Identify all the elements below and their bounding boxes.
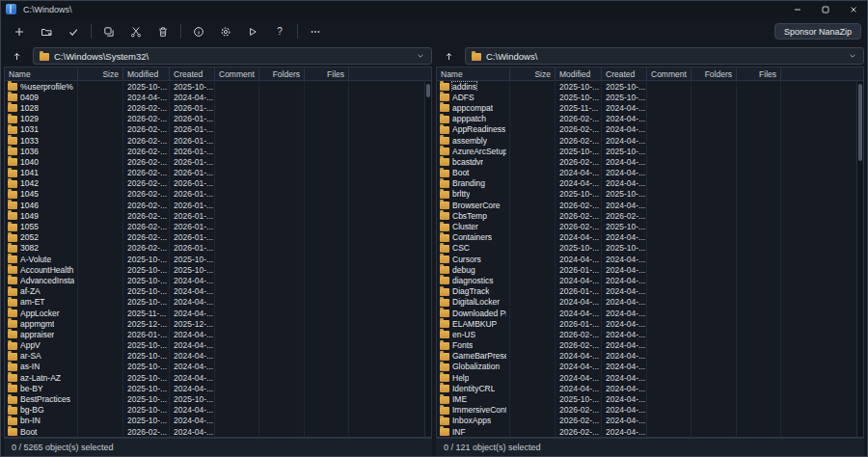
table-row[interactable]: CbsTemp 2026-02-... 2026-02-... (437, 210, 863, 221)
table-row[interactable]: Branding 2024-04-... 2024-04-... (437, 178, 863, 189)
options-button[interactable] (213, 20, 238, 42)
column-header-folders[interactable]: Folders (259, 67, 305, 80)
table-row[interactable]: IME 2025-10-... 2024-04-... (437, 393, 863, 404)
minimize-button[interactable] (783, 1, 811, 17)
table-row[interactable]: AppReadiness 2026-02-... 2024-04-... (437, 124, 863, 135)
table-row[interactable]: BrowserCore 2026-02-... 2024-04-... (437, 200, 863, 210)
table-row[interactable]: DigitalLocker 2024-04-... 2024-04-... (437, 297, 863, 308)
benchmark-button[interactable] (240, 20, 265, 42)
table-row[interactable]: addins 2025-10-... 2025-10-... (437, 81, 863, 92)
sponsor-button[interactable]: Sponsor NanaZip (774, 23, 861, 40)
table-row[interactable]: %userprofile% 2025-10-... 2025-10-... (5, 81, 431, 92)
close-button[interactable] (839, 1, 867, 17)
column-header-files[interactable]: Files (305, 67, 349, 80)
scrollbar-thumb[interactable] (858, 84, 862, 161)
table-row[interactable]: debug 2026-01-... 2024-04-... (437, 264, 863, 275)
table-row[interactable]: Boot 2024-04-... 2024-04-... (437, 168, 863, 178)
table-row[interactable]: AccountHealth... 2025-10-... 2025-10-... (5, 264, 431, 275)
table-row[interactable]: AppLocker 2025-11-... 2024-04-... (5, 308, 431, 318)
maximize-button[interactable] (811, 1, 839, 17)
table-row[interactable]: A-Volute 2025-10-... 2025-10-... (5, 254, 431, 264)
table-row[interactable]: AzureArcSetup 2025-10-... 2025-10-... (437, 146, 863, 156)
column-header-size[interactable]: Size (510, 67, 556, 80)
table-row[interactable]: as-IN 2025-10-... 2024-04-... (5, 362, 431, 372)
table-row[interactable]: 1036 2026-02-... 2026-01-... (5, 146, 431, 156)
table-row[interactable]: ImmersiveContr... 2026-02-... 2024-04-..… (437, 405, 863, 416)
table-row[interactable]: be-BY 2025-10-... 2024-04-... (5, 383, 431, 393)
extract-button[interactable] (34, 20, 59, 42)
table-row[interactable]: Fonts 2026-02-... 2024-04-... (437, 340, 863, 351)
table-row[interactable]: diagnostics 2024-04-... 2024-04-... (437, 275, 863, 285)
table-row[interactable]: appmgmt 2025-12-... 2025-12-... (5, 318, 431, 329)
column-header-name[interactable]: Name (437, 67, 510, 80)
add-button[interactable] (7, 20, 32, 42)
table-row[interactable]: ADFS 2025-10-... 2025-10-... (437, 92, 863, 102)
table-row[interactable]: appraiser 2026-01-... 2024-04-... (5, 329, 431, 339)
column-header-folders[interactable]: Folders (692, 67, 737, 80)
move-button[interactable] (123, 20, 149, 42)
table-row[interactable]: ar-SA 2025-10-... 2024-04-... (5, 351, 431, 362)
chevron-down-icon[interactable] (848, 51, 857, 61)
table-row[interactable]: 1031 2026-02-... 2026-01-... (5, 124, 431, 135)
up-button[interactable] (438, 47, 459, 65)
table-row[interactable]: Cluster 2026-02-... 2025-10-... (437, 221, 863, 231)
table-row[interactable]: am-ET 2025-10-... 2024-04-... (5, 297, 431, 308)
chevron-down-icon[interactable] (416, 51, 425, 61)
table-row[interactable]: 3082 2026-02-... 2026-01-... (5, 243, 431, 254)
table-row[interactable]: INF 2026-02-... 2024-04-... (437, 426, 863, 437)
column-header-files[interactable]: Files (737, 67, 781, 80)
right-vertical-scrollbar[interactable] (856, 82, 863, 437)
table-row[interactable]: brltty 2025-10-... 2025-10-... (437, 189, 863, 200)
column-header-comment[interactable]: Comment (647, 67, 692, 80)
table-row[interactable]: Help 2024-04-... 2024-04-... (437, 372, 863, 383)
table-row[interactable]: assembly 2026-02-... 2024-04-... (437, 135, 863, 146)
left-path-combobox[interactable]: C:\Windows\System32\ (33, 47, 432, 65)
delete-button[interactable] (150, 20, 176, 42)
more-button[interactable] (303, 20, 328, 42)
table-row[interactable]: AdvancedInstall... 2025-10-... 2024-04-.… (5, 275, 431, 285)
table-row[interactable]: 1042 2026-02-... 2026-01-... (5, 178, 431, 189)
table-row[interactable]: Downloaded Pr... 2024-04-... 2024-04-... (437, 308, 863, 318)
table-row[interactable]: 0409 2024-04-... 2024-04-... (5, 92, 431, 102)
table-row[interactable]: 1028 2026-02-... 2026-01-... (5, 102, 431, 113)
table-row[interactable]: BestPractices 2025-10-... 2025-10-... (5, 393, 431, 404)
table-row[interactable]: 2052 2026-02-... 2026-01-... (5, 232, 431, 243)
table-row[interactable]: en-US 2026-02-... 2024-04-... (437, 329, 863, 339)
table-row[interactable]: GameBarPresen... 2024-04-... 2024-04-... (437, 351, 863, 362)
column-header-modified[interactable]: Modified (123, 67, 170, 80)
right-path-combobox[interactable]: C:\Windows\ (465, 47, 864, 65)
up-button[interactable] (6, 47, 27, 65)
table-row[interactable]: 1029 2026-02-... 2026-01-... (5, 114, 431, 124)
table-row[interactable]: 1045 2026-02-... 2026-01-... (5, 189, 431, 200)
column-header-created[interactable]: Created (170, 67, 215, 80)
table-row[interactable]: ELAMBKUP 2026-01-... 2024-04-... (437, 318, 863, 329)
table-row[interactable]: 1041 2026-02-... 2026-01-... (5, 168, 431, 178)
table-row[interactable]: 1046 2026-02-... 2026-01-... (5, 200, 431, 210)
table-row[interactable]: appcompat 2025-11-... 2024-04-... (437, 102, 863, 113)
table-row[interactable]: Boot 2026-02-... 2024-04-... (5, 426, 431, 437)
table-row[interactable]: 1049 2026-02-... 2026-01-... (5, 210, 431, 221)
table-row[interactable]: bcastdvr 2026-02-... 2024-04-... (437, 156, 863, 167)
info-button[interactable] (186, 20, 211, 42)
table-row[interactable]: bn-IN 2025-10-... 2024-04-... (5, 416, 431, 426)
table-row[interactable]: af-ZA 2025-10-... 2024-04-... (5, 286, 431, 297)
column-header-modified[interactable]: Modified (556, 67, 602, 80)
table-row[interactable]: az-Latn-AZ 2025-10-... 2024-04-... (5, 372, 431, 383)
table-row[interactable]: IdentityCRL 2024-04-... 2024-04-... (437, 383, 863, 393)
copy-button[interactable] (96, 20, 122, 42)
left-vertical-scrollbar[interactable] (424, 82, 431, 437)
column-header-size[interactable]: Size (78, 67, 123, 80)
column-header-name[interactable]: Name (5, 67, 78, 80)
table-row[interactable]: Containers 2024-04-... 2024-04-... (437, 232, 863, 243)
table-row[interactable]: Cursors 2024-04-... 2024-04-... (437, 254, 863, 264)
column-header-created[interactable]: Created (602, 67, 647, 80)
table-row[interactable]: apppatch 2026-02-... 2024-04-... (437, 114, 863, 124)
table-row[interactable]: 1055 2026-02-... 2026-01-... (5, 221, 431, 231)
scrollbar-thumb[interactable] (426, 84, 430, 97)
table-row[interactable]: AppV 2025-10-... 2024-04-... (5, 340, 431, 351)
table-row[interactable]: bg-BG 2025-10-... 2024-04-... (5, 405, 431, 416)
table-row[interactable]: DiagTrack 2026-01-... 2024-04-... (437, 286, 863, 297)
table-row[interactable]: Globalization 2024-04-... 2024-04-... (437, 362, 863, 372)
table-row[interactable]: CSC 2025-10-... 2025-10-... (437, 243, 863, 254)
table-row[interactable]: InboxApps 2026-02-... 2024-04-... (437, 416, 863, 426)
